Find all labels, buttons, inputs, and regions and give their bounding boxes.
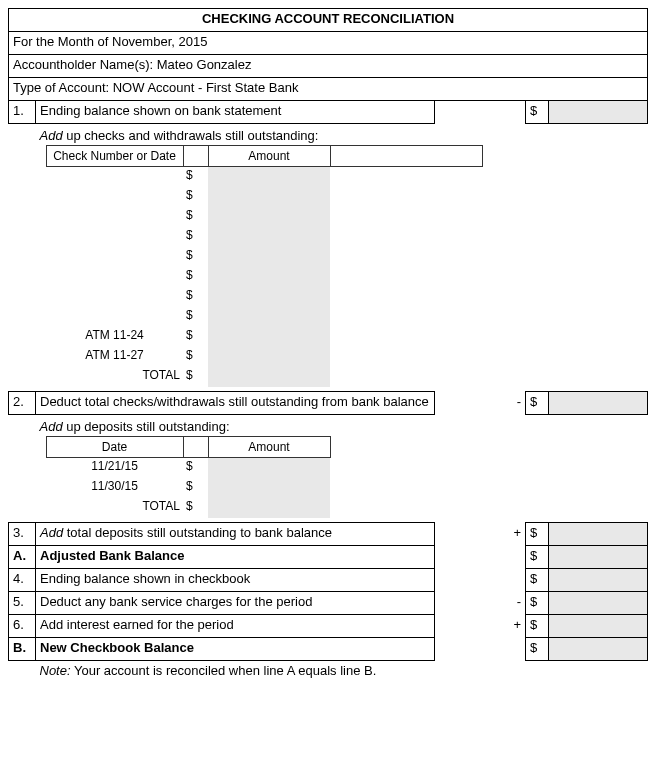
line-A-label: Adjusted Bank Balance bbox=[36, 546, 435, 569]
line-4-sign bbox=[503, 569, 526, 592]
line-4-num: 4. bbox=[9, 569, 36, 592]
line-B-num: B. bbox=[9, 638, 36, 661]
checks-row: $ bbox=[46, 247, 482, 267]
line-6-label: Add interest earned for the period bbox=[36, 615, 435, 638]
line-5-sign: - bbox=[503, 592, 526, 615]
line-6-sign: + bbox=[503, 615, 526, 638]
checks-hdr-left: Check Number or Date bbox=[46, 146, 183, 167]
line-1-row: 1. Ending balance shown on bank statemen… bbox=[9, 101, 648, 124]
line-A-dollar: $ bbox=[526, 546, 549, 569]
line-2-label: Deduct total checks/withdrawals still ou… bbox=[36, 392, 435, 415]
line-A-num: A. bbox=[9, 546, 36, 569]
line-B-dollar: $ bbox=[526, 638, 549, 661]
line-2-num: 2. bbox=[9, 392, 36, 415]
line-4-row: 4. Ending balance shown in checkbook $ bbox=[9, 569, 648, 592]
checks-total-row: TOTAL $ bbox=[46, 367, 482, 387]
line-1-amount[interactable] bbox=[549, 101, 648, 124]
checks-row: $ bbox=[46, 167, 482, 188]
checks-outstanding-table: Check Number or Date Amount $ $ $ $ $ $ … bbox=[46, 145, 483, 387]
line-3-dollar: $ bbox=[526, 523, 549, 546]
line-5-amount[interactable] bbox=[549, 592, 648, 615]
line-A-sign bbox=[503, 546, 526, 569]
line-6-row: 6. Add interest earned for the period + … bbox=[9, 615, 648, 638]
deposits-row: 11/30/15$ bbox=[46, 478, 330, 498]
form-title: CHECKING ACCOUNT RECONCILIATION bbox=[9, 9, 648, 32]
add-word-1: Add bbox=[40, 128, 63, 143]
deposits-intro: up deposits still outstanding: bbox=[63, 419, 230, 434]
month-line: For the Month of November, 2015 bbox=[9, 32, 648, 55]
name-line: Accountholder Name(s): Mateo Gonzalez bbox=[9, 55, 648, 78]
checks-row: $ bbox=[46, 307, 482, 327]
line-2-sign: - bbox=[503, 392, 526, 415]
checks-row: ATM 11-24$ bbox=[46, 327, 482, 347]
reconcile-note: Note: Your account is reconciled when li… bbox=[36, 661, 648, 684]
line-A-row: A. Adjusted Bank Balance $ bbox=[9, 546, 648, 569]
deposits-hdr-left: Date bbox=[46, 437, 183, 458]
type-line: Type of Account: NOW Account - First Sta… bbox=[9, 78, 648, 101]
line-2-amount[interactable] bbox=[549, 392, 648, 415]
checks-row: $ bbox=[46, 267, 482, 287]
line-2-dollar: $ bbox=[526, 392, 549, 415]
line-A-amount[interactable] bbox=[549, 546, 648, 569]
checks-row: ATM 11-27$ bbox=[46, 347, 482, 367]
deposits-total-label: TOTAL bbox=[46, 498, 183, 518]
line-3-label: Add total deposits still outstanding to … bbox=[36, 523, 435, 546]
line-B-sign bbox=[503, 638, 526, 661]
line-2-row: 2. Deduct total checks/withdrawals still… bbox=[9, 392, 648, 415]
deposits-row: 11/21/15$ bbox=[46, 458, 330, 479]
checks-row: $ bbox=[46, 187, 482, 207]
reconciliation-form: CHECKING ACCOUNT RECONCILIATION For the … bbox=[8, 8, 648, 683]
checks-total-label: TOTAL bbox=[46, 367, 183, 387]
line-3-row: 3. Add total deposits still outstanding … bbox=[9, 523, 648, 546]
add-word-2: Add bbox=[40, 419, 63, 434]
deposits-outstanding-table: Date Amount 11/21/15$ 11/30/15$ TOTAL $ bbox=[46, 436, 331, 518]
line-1-sign bbox=[503, 101, 526, 124]
line-5-label: Deduct any bank service charges for the … bbox=[36, 592, 435, 615]
line-B-label: New Checkbook Balance bbox=[36, 638, 435, 661]
line-1-num: 1. bbox=[9, 101, 36, 124]
line-4-amount[interactable] bbox=[549, 569, 648, 592]
line-3-sign: + bbox=[503, 523, 526, 546]
line-1-label: Ending balance shown on bank statement bbox=[36, 101, 435, 124]
checks-row: $ bbox=[46, 287, 482, 307]
checks-row: $ bbox=[46, 227, 482, 247]
line-6-num: 6. bbox=[9, 615, 36, 638]
line-B-amount[interactable] bbox=[549, 638, 648, 661]
line-6-dollar: $ bbox=[526, 615, 549, 638]
line-5-row: 5. Deduct any bank service charges for t… bbox=[9, 592, 648, 615]
line-B-row: B. New Checkbook Balance $ bbox=[9, 638, 648, 661]
line-3-num: 3. bbox=[9, 523, 36, 546]
line-1-dollar: $ bbox=[526, 101, 549, 124]
line-3-amount[interactable] bbox=[549, 523, 648, 546]
line-5-dollar: $ bbox=[526, 592, 549, 615]
line-4-dollar: $ bbox=[526, 569, 549, 592]
line-4-label: Ending balance shown in checkbook bbox=[36, 569, 435, 592]
deposits-hdr-amt: Amount bbox=[208, 437, 330, 458]
checks-row: $ bbox=[46, 207, 482, 227]
checks-hdr-amt: Amount bbox=[208, 146, 330, 167]
deposits-total-row: TOTAL $ bbox=[46, 498, 330, 518]
line-6-amount[interactable] bbox=[549, 615, 648, 638]
checks-intro: up checks and withdrawals still outstand… bbox=[63, 128, 319, 143]
line-5-num: 5. bbox=[9, 592, 36, 615]
